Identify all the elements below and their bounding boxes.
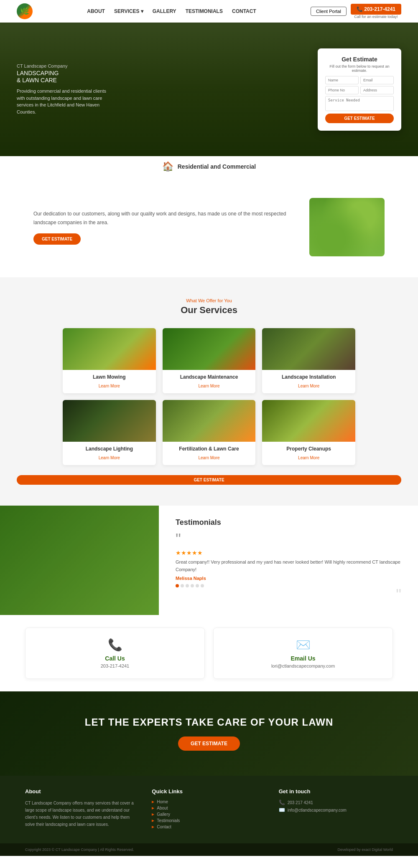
services-title: Our Services: [17, 305, 401, 316]
footer-phone-icon: 📞: [279, 800, 285, 805]
hero-bar-text: Residential and Commercial: [178, 163, 256, 170]
footer-link-about[interactable]: ▶ About: [152, 806, 266, 810]
footer-getin: Get in touch 📞 203 217 4241 ✉️ info@ctla…: [279, 788, 393, 831]
service-link-lawnmow[interactable]: Learn More: [99, 384, 120, 388]
service-name-fertilize: Fertilization & Lawn Care: [167, 446, 252, 452]
footer-email-item: ✉️ info@ctlandscapecompany.com: [279, 807, 393, 813]
client-portal-button[interactable]: Client Portal: [311, 7, 347, 16]
footer-about-title: About: [25, 788, 139, 795]
footer-about-text: CT Landscape Company offers many service…: [25, 800, 139, 828]
nav-links: ABOUT SERVICES ▾ GALLERY TESTIMONIALS CO…: [87, 8, 256, 14]
hero-description: Providing commercial and residential cli…: [17, 88, 109, 115]
service-image-maintain: [163, 328, 256, 370]
dot-6[interactable]: [201, 584, 204, 587]
arrow-icon: ▶: [152, 812, 154, 816]
cta-banner: LET THE EXPERTS TAKE CARE OF YOUR LAWN G…: [0, 691, 418, 776]
contact-cards: 📞 Call Us 203-217-4241 ✉️ Email Us lori@…: [0, 615, 418, 691]
call-value: 203-217-4241: [36, 663, 194, 668]
quote-close-icon: ": [176, 587, 401, 602]
arrow-icon: ▶: [152, 819, 154, 822]
nav-actions: Client Portal 📞 203-217-4241 Call for an…: [311, 4, 401, 19]
service-link-install[interactable]: Learn More: [298, 384, 319, 388]
email-icon: ✉️: [224, 638, 382, 652]
service-link-lighting[interactable]: Learn More: [99, 456, 120, 460]
phone-subtitle: Call for an estimate today!: [351, 15, 401, 19]
service-link-fertilize[interactable]: Learn More: [198, 456, 219, 460]
about-image: [309, 198, 385, 256]
testimonial-dots: [176, 584, 401, 587]
navbar: 🌿 ABOUT SERVICES ▾ GALLERY TESTIMONIALS …: [0, 0, 418, 23]
service-card-install: Landscape Installation Learn More: [262, 328, 355, 393]
service-link-maintain[interactable]: Learn More: [198, 384, 219, 388]
hero-bar: 🏠 Residential and Commercial: [0, 156, 418, 177]
footer-link-testimonials[interactable]: ▶ Testimonials: [152, 818, 266, 823]
footer: About CT Landscape Company offers many s…: [0, 776, 418, 843]
footer-bottom: Copyright 2023 © CT Landscape Company | …: [0, 843, 418, 856]
arrow-icon: ▶: [152, 825, 154, 829]
dot-4[interactable]: [191, 584, 194, 587]
email-card: ✉️ Email Us lori@ctlandscapecompany.com: [213, 628, 393, 679]
dot-3[interactable]: [186, 584, 189, 587]
nav-services[interactable]: SERVICES ▾: [114, 8, 143, 14]
estimate-form: Get Estimate Fill out the form below to …: [318, 48, 401, 131]
services-cta-button[interactable]: GET ESTIMATE: [17, 475, 401, 485]
testimonials-title: Testimonials: [176, 518, 401, 527]
hero-content: CT Landscape Company LANDSCAPING & LAWN …: [17, 63, 301, 116]
form-phone-input[interactable]: [325, 86, 359, 94]
phone-button[interactable]: 📞 203-217-4241: [351, 4, 401, 15]
testimonials-image-inner: [0, 506, 159, 615]
call-title: Call Us: [36, 655, 194, 662]
services-grid: Lawn Mowing Learn More Landscape Mainten…: [63, 328, 355, 465]
testimonial-author: Melissa Napls: [176, 576, 401, 581]
form-name-input[interactable]: [325, 76, 359, 84]
footer-link-home[interactable]: ▶ Home: [152, 800, 266, 804]
logo[interactable]: 🌿: [17, 3, 33, 19]
form-address-input[interactable]: [360, 86, 394, 94]
footer-phone-value: 203 217 4241: [288, 800, 313, 805]
nav-about[interactable]: ABOUT: [87, 8, 105, 14]
about-estimate-button[interactable]: GET ESTIMATE: [33, 233, 81, 245]
nav-testimonials[interactable]: TESTIMONIALS: [186, 8, 223, 14]
form-subtitle: Fill out the form below to request an es…: [325, 64, 394, 73]
hero-section: CT Landscape Company LANDSCAPING & LAWN …: [0, 23, 418, 156]
service-link-cleanup[interactable]: Learn More: [298, 456, 319, 460]
nav-contact[interactable]: CONTACT: [232, 8, 256, 14]
about-text: Our dedication to our customers, along w…: [33, 210, 293, 245]
service-card-cleanup: Property Cleanups Learn More: [262, 400, 355, 465]
footer-getin-title: Get in touch: [279, 788, 393, 795]
footer-link-testimonials-label: Testimonials: [157, 818, 180, 823]
phone-icon: 📞: [36, 638, 194, 652]
footer-link-contact-label: Contact: [157, 825, 171, 829]
about-paragraph: Our dedication to our customers, along w…: [33, 210, 293, 227]
footer-link-contact[interactable]: ▶ Contact: [152, 825, 266, 829]
footer-email-value: info@ctlandscapecompany.com: [288, 808, 347, 812]
footer-link-gallery[interactable]: ▶ Gallery: [152, 812, 266, 817]
call-card: 📞 Call Us 203-217-4241: [25, 628, 205, 679]
dot-5[interactable]: [196, 584, 199, 587]
dot-2[interactable]: [181, 584, 184, 587]
email-value: lori@ctlandscapecompany.com: [224, 663, 382, 668]
footer-link-gallery-label: Gallery: [157, 812, 170, 817]
dot-1[interactable]: [176, 584, 179, 587]
nav-gallery[interactable]: GALLERY: [153, 8, 176, 14]
email-title: Email Us: [224, 655, 382, 662]
form-service-input[interactable]: [325, 96, 394, 111]
service-name-cleanup: Property Cleanups: [266, 446, 351, 452]
service-name-lawnmow: Lawn Mowing: [67, 374, 152, 380]
testimonial-stars: ★★★★★: [176, 549, 401, 556]
service-name-maintain: Landscape Maintenance: [167, 374, 252, 380]
service-card-lighting: Landscape Lighting Learn More: [63, 400, 156, 465]
hero-title-line1: LANDSCAPING: [17, 70, 301, 76]
form-email-input[interactable]: [360, 76, 394, 84]
footer-about: About CT Landscape Company offers many s…: [25, 788, 139, 831]
footer-phone-item: 📞 203 217 4241: [279, 800, 393, 805]
testimonials-section: Testimonials " ★★★★★ Great company!! Ver…: [0, 506, 418, 615]
testimonials-content: Testimonials " ★★★★★ Great company!! Ver…: [159, 506, 418, 615]
form-submit-button[interactable]: GET ESTIMATE: [325, 114, 394, 123]
about-section: Our dedication to our customers, along w…: [0, 177, 418, 277]
arrow-icon: ▶: [152, 800, 154, 804]
service-card-fertilize: Fertilization & Lawn Care Learn More: [163, 400, 256, 465]
cta-button[interactable]: GET ESTIMATE: [178, 736, 240, 751]
form-title: Get Estimate: [325, 56, 394, 63]
service-image-install: [262, 328, 355, 370]
